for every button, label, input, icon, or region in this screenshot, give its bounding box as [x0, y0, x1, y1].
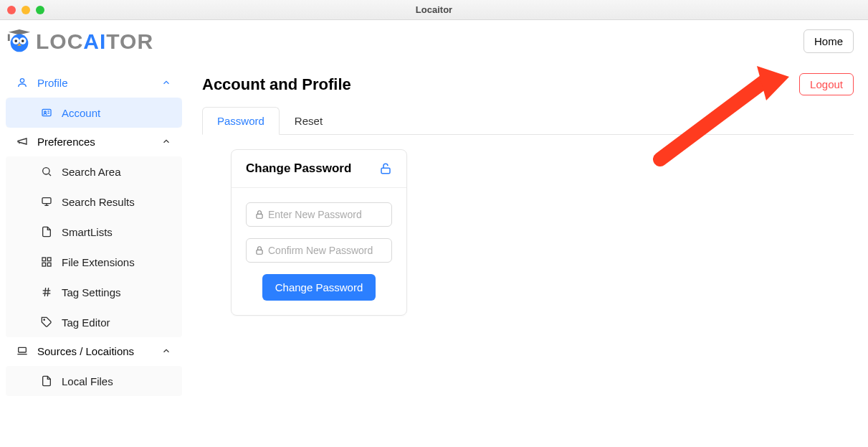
- sidebar-item-label: Local Files: [62, 375, 113, 387]
- card-title: Change Password: [246, 161, 351, 176]
- svg-rect-28: [257, 214, 262, 218]
- lock-icon: [253, 244, 266, 257]
- topbar: LOCAITOR Home: [0, 20, 868, 63]
- tab-reset[interactable]: Reset: [280, 107, 338, 135]
- owl-icon: [6, 28, 33, 55]
- sidebar-item-smartlists[interactable]: SmartLists: [6, 217, 182, 247]
- confirm-password-input[interactable]: [246, 238, 392, 263]
- tabs: Password Reset: [202, 107, 854, 135]
- lock-icon: [253, 208, 266, 221]
- sidebar-item-label: Tag Settings: [62, 286, 121, 298]
- sidebar-item-file-extensions[interactable]: File Extensions: [6, 247, 182, 277]
- window-title: Locaitor: [416, 4, 452, 15]
- tag-icon: [40, 316, 53, 329]
- laptop-icon: [16, 344, 29, 357]
- page-title: Account and Profile: [202, 75, 351, 94]
- logo-post: TOR: [106, 29, 153, 53]
- sidebar-item-label: Tag Editor: [62, 316, 110, 329]
- unlock-icon: [379, 162, 392, 175]
- sidebar-group-label: Preferences: [37, 136, 95, 148]
- svg-rect-0: [8, 34, 10, 41]
- chevron-up-icon: [161, 77, 172, 88]
- file-icon: [40, 375, 53, 387]
- close-icon[interactable]: [7, 6, 16, 14]
- logo-pre: LOC: [36, 29, 83, 53]
- sidebar-item-label: Search Results: [62, 196, 135, 208]
- svg-rect-19: [47, 263, 51, 266]
- sidebar-item-label: Account: [62, 107, 100, 119]
- change-password-button[interactable]: Change Password: [262, 274, 376, 301]
- minimize-icon[interactable]: [22, 6, 30, 14]
- search-icon: [40, 165, 53, 178]
- svg-rect-18: [42, 263, 46, 266]
- change-password-card: Change Password: [231, 149, 407, 316]
- sidebar-group-label: Profile: [37, 77, 68, 89]
- sidebar-group-profile[interactable]: Profile: [6, 69, 182, 96]
- svg-line-23: [47, 288, 48, 296]
- svg-rect-17: [47, 258, 51, 261]
- window-controls: [7, 6, 44, 14]
- tab-password[interactable]: Password: [202, 107, 280, 135]
- logo-text: LOCAITOR: [36, 29, 153, 54]
- home-button[interactable]: Home: [803, 29, 854, 53]
- id-card-icon: [40, 106, 53, 119]
- sidebar-item-search-area[interactable]: Search Area: [6, 156, 182, 187]
- sidebar-item-label: Search Area: [62, 166, 121, 178]
- user-icon: [16, 76, 29, 89]
- content-area: Account and Profile Logout Password Rese…: [188, 63, 868, 447]
- sidebar-item-tag-editor[interactable]: Tag Editor: [6, 307, 182, 337]
- file-icon: [40, 225, 53, 238]
- sidebar-group-label: Sources / Locaitions: [37, 345, 134, 357]
- svg-rect-16: [42, 258, 46, 261]
- monitor-icon: [40, 195, 53, 208]
- grid-icon: [40, 255, 53, 268]
- chevron-up-icon: [161, 136, 172, 147]
- svg-point-24: [44, 319, 44, 320]
- sidebar-item-account[interactable]: Account: [6, 98, 182, 128]
- svg-point-4: [14, 39, 17, 42]
- svg-rect-13: [42, 198, 51, 204]
- svg-rect-25: [19, 347, 27, 352]
- sidebar-item-label: File Extensions: [62, 256, 135, 268]
- svg-point-5: [22, 39, 24, 42]
- new-password-input[interactable]: [246, 202, 392, 227]
- sidebar: Profile Account: [0, 63, 188, 447]
- fullscreen-icon[interactable]: [36, 6, 44, 14]
- sidebar-group-sources[interactable]: Sources / Locaitions: [6, 337, 182, 364]
- sidebar-item-tag-settings[interactable]: Tag Settings: [6, 277, 182, 307]
- hash-icon: [40, 286, 53, 298]
- chevron-up-icon: [161, 345, 172, 357]
- sidebar-group-preferences[interactable]: Preferences: [6, 128, 182, 155]
- svg-rect-29: [257, 250, 262, 254]
- sidebar-item-local-files[interactable]: Local Files: [6, 366, 182, 396]
- window-titlebar: Locaitor: [0, 0, 868, 20]
- sidebar-item-label: SmartLists: [62, 226, 113, 238]
- logout-button[interactable]: Logout: [799, 73, 854, 95]
- logo: LOCAITOR: [6, 28, 153, 55]
- svg-point-8: [44, 111, 47, 113]
- svg-point-6: [20, 79, 24, 83]
- logo-mid: AI: [83, 29, 106, 53]
- svg-point-11: [43, 168, 49, 174]
- svg-rect-27: [381, 168, 390, 174]
- svg-line-12: [49, 174, 51, 176]
- sidebar-item-search-results[interactable]: Search Results: [6, 187, 182, 217]
- megaphone-icon: [16, 135, 29, 148]
- svg-line-22: [44, 288, 45, 296]
